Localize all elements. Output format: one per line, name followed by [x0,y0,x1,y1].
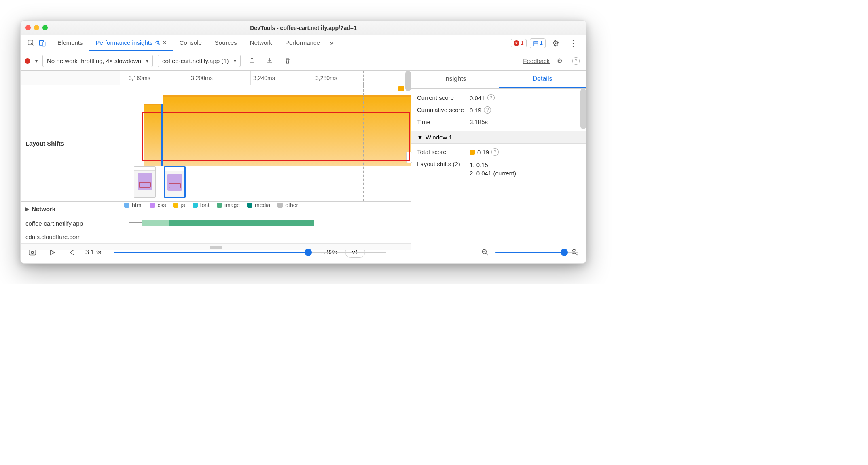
ruler-tick: 3,160ms [126,71,150,85]
layout-shifts-list: 1. 0.152. 0.041 (current) [470,161,516,178]
window-details: Total score0.19? Layout shifts (2)1. 0.1… [411,144,586,182]
titlebar: DevTools - coffee-cart.netlify.app/?ad=1 [21,21,586,35]
window-section-header[interactable]: ▼Window 1 [411,131,586,144]
device-toggle-icon[interactable] [38,39,47,47]
panel-settings-icon[interactable]: ⚙ [555,57,565,65]
screenshot-thumbnail[interactable] [134,166,156,198]
import-icon[interactable] [263,57,276,65]
errors-badge[interactable]: 1 [511,39,527,47]
disclosure-icon: ▶ [25,206,29,212]
feedback-link[interactable]: Feedback [523,57,550,64]
playback-slider[interactable] [114,252,308,253]
window-controls [25,25,48,30]
zoom-out-icon[interactable] [479,248,491,256]
tab-sources[interactable]: Sources [208,35,243,51]
tab-performance[interactable]: Performance [279,35,326,51]
network-legend: html css js font image media other [120,202,411,208]
shift-item[interactable]: 2. 0.041 (current) [470,169,516,178]
ruler-tick: 3,280ms [313,71,337,85]
experiment-icon: ⚗ [155,40,160,46]
host-label: cdnjs.cloudflare.com [21,230,120,243]
right-tabs: Insights Details [411,71,586,89]
tab-elements[interactable]: Elements [51,35,89,51]
disclosure-icon: ▼ [417,134,423,141]
layout-shift-bar[interactable] [163,95,411,166]
network-row-header: ▶Network html css js font image media ot… [21,202,411,216]
tab-console[interactable]: Console [173,35,208,51]
maximize-window-button[interactable] [42,25,48,30]
help-icon[interactable]: ? [491,148,499,156]
current-score-value: 0.041 [470,95,485,101]
settings-icon[interactable]: ⚙ [549,38,563,48]
row-label-network[interactable]: ▶Network [21,202,120,216]
messages-badge[interactable]: ▤1 [530,38,546,48]
playhead-marker[interactable] [161,104,163,166]
host-label: coffee-cart.netlify.app [21,216,120,230]
horizontal-scrollbar[interactable] [21,244,411,250]
tab-performance-insights[interactable]: Performance insights ⚗ × [89,35,173,51]
more-tabs-icon[interactable]: » [326,39,337,47]
delete-icon[interactable] [281,57,294,65]
svg-rect-3 [29,249,36,255]
tab-network[interactable]: Network [243,35,279,51]
cumulative-score-label: Cumulative score [417,106,470,114]
layout-shifts-track[interactable] [120,85,411,201]
zoom-controls [479,248,580,256]
score-color-icon [470,150,475,155]
panel-help-icon[interactable]: ? [570,57,582,65]
throttling-select[interactable]: No network throttling, 4× slowdown▾ [42,55,153,67]
inspect-icon[interactable] [27,39,35,47]
dashed-marker [363,71,364,85]
network-host-row[interactable]: cdnjs.cloudflare.com [21,230,411,244]
time-label: Time [417,118,470,125]
screenshot-thumbnail-selected[interactable] [164,166,186,198]
help-icon[interactable]: ? [487,94,495,101]
time-value: 3.185s [470,118,488,125]
main-content: 3,160ms 3,200ms 3,240ms 3,280ms Layout S… [21,71,586,241]
ruler-tick: 3,240ms [250,71,275,85]
row-label-layout-shifts: Layout Shifts [21,85,120,201]
main-tabs: Elements Performance insights ⚗ × Consol… [21,35,586,51]
layout-shift-bar[interactable] [144,104,161,166]
layout-shifts-row: Layout Shifts [21,85,411,202]
current-score-label: Current score [417,94,470,101]
tab-details[interactable]: Details [499,71,586,88]
status-badges: 1 ▤1 ⚙ ⋮ [511,38,584,48]
network-bar-image[interactable] [169,220,314,226]
cumulative-score-value: 0.19 [470,107,481,114]
performance-toolbar: ▾ No network throttling, 4× slowdown▾ co… [21,51,586,71]
close-window-button[interactable] [25,25,31,30]
details-panel: › Insights Details Current score0.041? C… [411,71,586,241]
total-score-value: 0.19 [477,149,489,156]
svg-point-4 [31,251,34,254]
ruler-tick: 3,200ms [188,71,213,85]
record-button[interactable] [25,58,30,64]
right-scrollbar[interactable] [580,89,586,129]
minimize-window-button[interactable] [34,25,39,30]
close-tab-icon[interactable]: × [163,39,166,46]
dashed-marker [363,85,364,201]
recording-select[interactable]: coffee-cart.netlify.app (1)▾ [158,55,241,67]
ruler-track[interactable]: 3,160ms 3,200ms 3,240ms 3,280ms [120,71,411,85]
window-title: DevTools - coffee-cart.netlify.app/?ad=1 [250,25,357,31]
shift-item[interactable]: 1. 0.15 [470,161,516,169]
record-dropdown-icon[interactable]: ▾ [35,58,38,64]
network-host-row[interactable]: coffee-cart.netlify.app [21,216,411,230]
help-icon[interactable]: ? [484,106,491,114]
network-bar-image[interactable] [142,220,171,226]
tab-toolbar-icons [23,35,51,51]
zoom-slider[interactable] [495,252,564,253]
timeline-panel: 3,160ms 3,200ms 3,240ms 3,280ms Layout S… [21,71,411,241]
tab-insights[interactable]: Insights [411,71,499,88]
svg-rect-2 [42,42,45,46]
layout-shifts-label: Layout shifts (2) [417,161,470,167]
export-icon[interactable] [246,57,258,65]
message-icon: ▤ [533,40,538,47]
total-score-label: Total score [417,148,470,155]
error-icon [514,40,519,46]
details-list: Current score0.041? Cumulative score0.19… [411,89,586,131]
kebab-menu-icon[interactable]: ⋮ [566,38,580,48]
panel-expand-toggle[interactable]: › [406,152,412,163]
devtools-window: DevTools - coffee-cart.netlify.app/?ad=1… [20,20,586,264]
timeline-ruler: 3,160ms 3,200ms 3,240ms 3,280ms [21,71,411,85]
